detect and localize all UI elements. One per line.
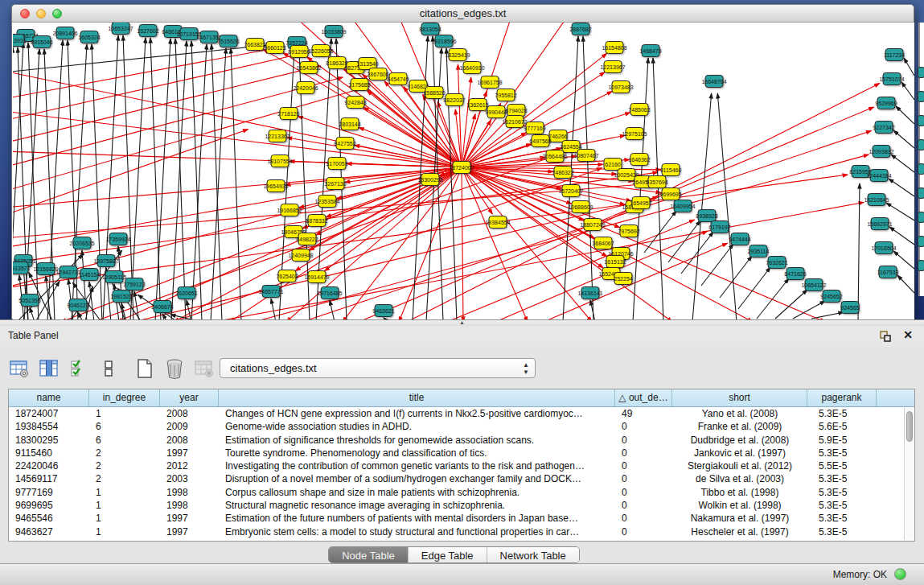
- table-row[interactable]: 911546021997Tourette syndrome. Phenomeno…: [9, 447, 914, 459]
- graph-node[interactable]: 9699695: [659, 188, 681, 200]
- graph-node[interactable]: 2687682: [569, 23, 591, 35]
- graph-node[interactable]: 9990448: [485, 106, 507, 118]
- graph-node[interactable]: 12213363: [265, 130, 290, 142]
- graph-node[interactable]: 22420046: [293, 82, 318, 94]
- graph-node[interactable]: 8471626: [784, 268, 806, 280]
- graph-node[interactable]: 9463621: [372, 305, 394, 317]
- graph-node[interactable]: 8938928: [696, 210, 717, 222]
- graph-node[interactable]: [918, 187, 924, 199]
- delete-table-icon[interactable]: [193, 357, 216, 380]
- network-view-window[interactable]: citations_edges.txt 18724007140557242089…: [11, 4, 914, 319]
- graph-node[interactable]: 3913571: [13, 262, 31, 274]
- network-canvas-container[interactable]: 1872400714055724208914061065324715276026…: [13, 23, 914, 319]
- graph-node[interactable]: 3267130: [324, 178, 346, 190]
- graph-node[interactable]: 6794028: [505, 105, 527, 117]
- graph-node[interactable]: 1605324: [78, 31, 100, 43]
- graph-node[interactable]: [918, 115, 924, 126]
- graph-node[interactable]: 7955812: [495, 89, 516, 101]
- graph-node[interactable]: 7663822: [244, 39, 265, 51]
- graph-node[interactable]: 9660123: [264, 42, 285, 54]
- graph-node[interactable]: 15751074: [879, 73, 904, 85]
- table-settings-icon[interactable]: [8, 357, 31, 380]
- graph-node[interactable]: 1468479: [639, 45, 661, 57]
- column-header-in_degree[interactable]: in_degree: [89, 389, 160, 406]
- graph-node[interactable]: 924565: [840, 302, 859, 314]
- graph-node[interactable]: 8427552: [334, 138, 355, 150]
- graph-node[interactable]: 9115460: [660, 164, 682, 176]
- table-row[interactable]: 1830029562008Estimation of significance …: [9, 434, 914, 447]
- graph-node[interactable]: 1615132: [604, 256, 626, 268]
- graph-node[interactable]: 6497568: [529, 135, 551, 147]
- graph-node[interactable]: 16640910: [459, 62, 484, 74]
- graph-node[interactable]: [918, 260, 924, 271]
- graph-node[interactable]: 7485063: [628, 104, 650, 116]
- graph-node[interactable]: 15226058: [308, 45, 333, 57]
- network-canvas[interactable]: 1872400714055724208914061065324715276026…: [13, 23, 914, 319]
- graph-node[interactable]: 1588520: [423, 87, 445, 99]
- graph-node[interactable]: 9777169: [524, 122, 545, 134]
- graph-node[interactable]: 6179197: [708, 221, 730, 233]
- graph-node[interactable]: 10654122: [801, 279, 826, 291]
- graph-node[interactable]: 2406674: [151, 301, 173, 313]
- graph-node[interactable]: [918, 91, 924, 102]
- graph-node[interactable]: 1654957: [630, 197, 651, 209]
- graph-node[interactable]: 12093832: [869, 146, 893, 158]
- graph-node[interactable]: 19716485: [317, 287, 342, 299]
- graph-node[interactable]: 15720407: [558, 185, 583, 197]
- graph-node[interactable]: 19654935: [263, 180, 288, 192]
- graph-node[interactable]: 1981523: [110, 290, 132, 303]
- graph-node[interactable]: 9529969: [875, 97, 897, 109]
- table-row[interactable]: 1456911722003Disruption of a novel membe…: [9, 472, 914, 485]
- graph-node[interactable]: [918, 163, 924, 175]
- splitter-handle-icon[interactable]: ▲: [459, 319, 465, 325]
- graph-node[interactable]: 10807467: [573, 150, 598, 162]
- vertical-scrollbar[interactable]: [904, 408, 914, 540]
- graph-node[interactable]: 5051358: [18, 295, 40, 307]
- graph-node[interactable]: 2935114: [748, 245, 770, 257]
- graph-node[interactable]: 12213967: [600, 61, 625, 73]
- panel-splitter[interactable]: ▲: [0, 319, 924, 326]
- graph-node[interactable]: 18325419: [445, 49, 470, 61]
- table-selector-dropdown[interactable]: citations_edges.txt ▲▼: [220, 358, 536, 378]
- graph-node[interactable]: 12444184: [866, 170, 891, 182]
- graph-node[interactable]: 18807249: [580, 219, 605, 231]
- tab-network-table[interactable]: Network Table: [487, 547, 579, 562]
- graph-node[interactable]: 8822037: [443, 94, 465, 106]
- graph-node[interactable]: 9227342: [873, 122, 894, 134]
- attribute-table[interactable]: namein_degreeyeartitle△ out_de…shortpage…: [8, 389, 915, 542]
- table-row[interactable]: 1938455462009Genome-wide association stu…: [9, 420, 914, 433]
- graph-node[interactable]: 10688609: [568, 201, 593, 213]
- graph-node[interactable]: 16210645: [864, 194, 889, 206]
- float-panel-icon[interactable]: [879, 330, 892, 343]
- graph-node[interactable]: 9046123: [67, 299, 88, 311]
- graph-node[interactable]: 7486322: [552, 167, 573, 179]
- graph-node[interactable]: 18300295: [417, 174, 442, 186]
- row-height-icon[interactable]: [97, 357, 120, 380]
- column-header-title[interactable]: title: [219, 389, 615, 406]
- column-header-out_de[interactable]: △ out_de…: [615, 389, 672, 406]
- delete-rows-trash-icon[interactable]: [163, 357, 186, 380]
- graph-node[interactable]: 20891406: [52, 27, 77, 39]
- column-header-short[interactable]: short: [672, 389, 807, 406]
- graph-node[interactable]: [918, 67, 924, 78]
- graph-node[interactable]: 16409954: [670, 200, 695, 212]
- graph-node[interactable]: 19218596: [431, 35, 456, 47]
- graph-node[interactable]: 3684067: [592, 237, 614, 249]
- graph-node[interactable]: 17359924: [105, 233, 130, 245]
- network-window-titlebar[interactable]: citations_edges.txt: [12, 5, 914, 23]
- column-header-name[interactable]: name: [9, 389, 89, 406]
- graph-node[interactable]: 7625402: [276, 270, 298, 282]
- graph-node[interactable]: 16648784: [701, 76, 726, 88]
- table-row[interactable]: 946362711997Embryonic stem cells: a mode…: [9, 525, 914, 538]
- graph-node[interactable]: 16033809: [321, 26, 346, 38]
- close-panel-icon[interactable]: ✕: [903, 328, 913, 341]
- new-table-icon[interactable]: [133, 357, 156, 380]
- graph-node[interactable]: 1145154: [79, 269, 101, 281]
- graph-node[interactable]: 2803144: [339, 118, 360, 130]
- graph-node[interactable]: 1646362: [628, 154, 650, 166]
- graph-node[interactable]: 8912959: [288, 46, 310, 58]
- select-all-check-icon[interactable]: [68, 357, 90, 380]
- graph-node[interactable]: 10973483: [608, 81, 633, 93]
- graph-node[interactable]: 1759123: [123, 278, 145, 290]
- graph-node[interactable]: 12353584: [314, 196, 339, 208]
